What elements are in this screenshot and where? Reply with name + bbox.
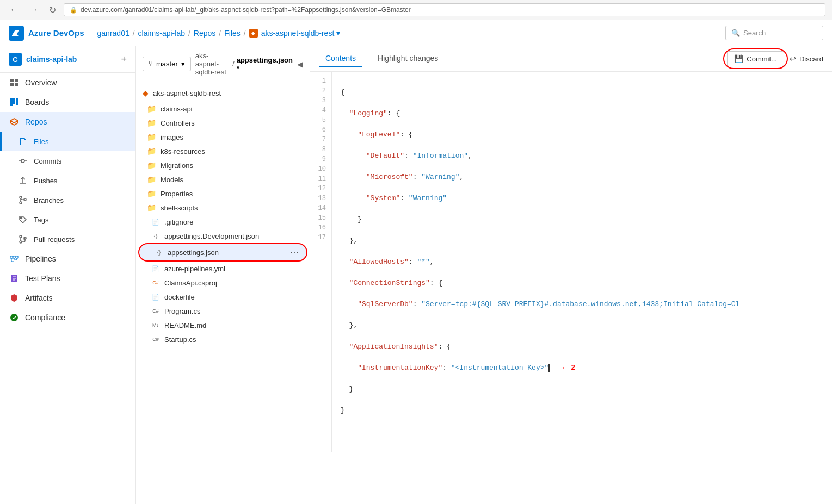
file-tree: ◆ aks-aspnet-sqldb-rest 📁 claims-api 📁 C…	[136, 82, 310, 349]
project-title: C claims-api-lab	[9, 53, 77, 66]
sidebar-item-pipelines[interactable]: Pipelines	[0, 249, 135, 269]
tab-contents[interactable]: Contents	[319, 51, 362, 67]
code-line-10: "ConnectionStrings": {	[341, 278, 823, 289]
breadcrumb-org[interactable]: ganrad01	[97, 29, 130, 38]
code-line-1: {	[341, 87, 823, 98]
sidebar-item-overview[interactable]: Overview	[0, 73, 135, 92]
folder-icon: 📁	[147, 133, 156, 141]
overview-icon	[9, 77, 20, 88]
project-header: C claims-api-lab +	[0, 46, 135, 73]
sidebar-label-branches: Branches	[34, 196, 64, 204]
folder-migrations[interactable]: 📁 Migrations	[136, 158, 310, 172]
sidebar-label-overview: Overview	[25, 78, 57, 87]
sidebar-label-pipelines: Pipelines	[25, 254, 56, 263]
project-name: claims-api-lab	[26, 55, 77, 64]
main-layout: C claims-api-lab + Overview Boards Repos	[0, 46, 832, 504]
file-name: Startup.cs	[164, 335, 196, 344]
code-content: 1 2 3 4 5 6 7 8 9 10 11 12 13 14 15 16 1	[310, 72, 832, 504]
folder-controllers[interactable]: 📁 Controllers	[136, 116, 310, 130]
commit-button[interactable]: 💾 Commit...	[727, 51, 784, 66]
branch-button[interactable]: ⑂ master ▾	[143, 57, 191, 71]
svg-rect-1	[15, 79, 18, 82]
pull-requests-icon	[17, 234, 28, 245]
folder-shell-scripts[interactable]: 📁 shell-scripts	[136, 201, 310, 215]
file-azure-pipelines[interactable]: 📄 azure-pipelines.yml	[136, 262, 310, 276]
pipelines-icon	[9, 253, 20, 264]
sidebar-item-boards[interactable]: Boards	[0, 92, 135, 112]
folder-claims-api[interactable]: 📁 claims-api	[136, 102, 310, 116]
file-icon: 📄	[151, 293, 160, 301]
breadcrumb-files[interactable]: Files	[224, 29, 241, 38]
sidebar-item-repos[interactable]: Repos	[0, 112, 135, 132]
file-icon: C#	[151, 307, 160, 315]
sidebar-label-tags: Tags	[34, 216, 48, 224]
file-icon: M↓	[151, 321, 160, 329]
project-icon: C	[9, 53, 22, 66]
forward-button[interactable]: →	[26, 4, 41, 16]
breadcrumb-project[interactable]: claims-api-lab	[138, 29, 185, 38]
code-line-16: }	[341, 405, 823, 416]
add-project-icon[interactable]: +	[121, 54, 127, 65]
boards-icon	[9, 97, 20, 108]
folder-models[interactable]: 📁 Models	[136, 172, 310, 186]
file-startup-cs[interactable]: C# Startup.cs	[136, 332, 310, 346]
sidebar-item-compliance[interactable]: Compliance	[0, 308, 135, 327]
file-icon: C#	[151, 335, 160, 344]
code-text[interactable]: { "Logging": { "LogLevel": { "Default": …	[332, 72, 832, 452]
search-label: Search	[743, 29, 766, 37]
repo-icon: ◆	[249, 29, 258, 38]
folder-icon: 📁	[147, 189, 156, 198]
folder-name: k8s-resources	[161, 147, 205, 155]
search-box[interactable]: 🔍 Search	[725, 26, 823, 40]
commit-save-icon: 💾	[734, 54, 743, 63]
code-line-8: },	[341, 235, 823, 246]
file-program-cs[interactable]: C# Program.cs	[136, 304, 310, 318]
folder-properties[interactable]: 📁 Properties	[136, 186, 310, 201]
file-readme[interactable]: M↓ README.md	[136, 318, 310, 332]
code-lines-container: 1 2 3 4 5 6 7 8 9 10 11 12 13 14 15 16 1	[310, 72, 832, 452]
file-more-button[interactable]: ⋯	[289, 247, 300, 258]
compliance-icon	[9, 312, 20, 323]
sidebar-item-commits[interactable]: Commits	[0, 151, 135, 171]
sidebar-item-pullrequests[interactable]: Pull requests	[0, 229, 135, 249]
back-button[interactable]: ←	[7, 4, 22, 16]
files-icon	[17, 136, 28, 147]
file-appsettings-dev[interactable]: {} appsettings.Development.json	[136, 229, 310, 243]
sidebar-item-testplans[interactable]: Test Plans	[0, 269, 135, 288]
line-numbers: 1 2 3 4 5 6 7 8 9 10 11 12 13 14 15 16 1	[310, 72, 332, 452]
file-name: appsettings.json	[168, 248, 219, 257]
breadcrumb-repos[interactable]: Repos	[194, 29, 215, 38]
sidebar-item-files[interactable]: Files	[0, 132, 135, 151]
code-editor: 3 Contents Highlight changes 💾 Commit...…	[310, 46, 832, 504]
svg-rect-6	[16, 98, 18, 105]
svg-rect-0	[10, 79, 14, 82]
file-appsettings-json[interactable]: {} appsettings.json ⋯	[138, 243, 307, 262]
sidebar-item-pushes[interactable]: Pushes	[0, 171, 135, 190]
nav-sidebar: C claims-api-lab + Overview Boards Repos	[0, 46, 136, 504]
discard-button[interactable]: ↩ Discard	[790, 54, 823, 63]
svg-point-13	[21, 217, 22, 219]
sidebar-item-artifacts[interactable]: Artifacts	[0, 288, 135, 308]
current-file-name: appsettings.json *	[237, 56, 293, 72]
tab-highlight-changes[interactable]: Highlight changes	[371, 51, 445, 67]
sidebar-item-tags[interactable]: Tags	[0, 210, 135, 229]
file-dockerfile[interactable]: 📄 dockerfile	[136, 290, 310, 304]
sidebar-item-branches[interactable]: Branches	[0, 190, 135, 210]
top-nav: Azure DevOps ganrad01 / claims-api-lab /…	[0, 20, 832, 46]
folder-icon: 📁	[147, 203, 156, 212]
address-bar[interactable]: 🔒 dev.azure.com/ganrad01/claims-api-lab/…	[64, 3, 825, 16]
collapse-panel-button[interactable]: ◀	[297, 60, 303, 69]
browser-chrome: ← → ↻ 🔒 dev.azure.com/ganrad01/claims-ap…	[0, 0, 832, 20]
commits-icon	[17, 155, 28, 166]
azure-devops-label[interactable]: Azure DevOps	[28, 28, 84, 38]
folder-icon: 📁	[147, 175, 156, 184]
file-claimsapi-csproj[interactable]: C# ClaimsApi.csproj	[136, 276, 310, 290]
refresh-button[interactable]: ↻	[46, 4, 59, 16]
file-icon: 📄	[151, 264, 160, 273]
file-gitignore[interactable]: 📄 .gitignore	[136, 215, 310, 229]
folder-icon: 📁	[147, 147, 156, 155]
breadcrumb-repo[interactable]: aks-aspnet-sqldb-rest ▾	[261, 29, 341, 38]
code-line-11: "SqlServerDb": "Server=tcp:#{SQL_SRV_PRE…	[341, 299, 823, 310]
folder-k8s-resources[interactable]: 📁 k8s-resources	[136, 144, 310, 158]
folder-images[interactable]: 📁 images	[136, 130, 310, 144]
